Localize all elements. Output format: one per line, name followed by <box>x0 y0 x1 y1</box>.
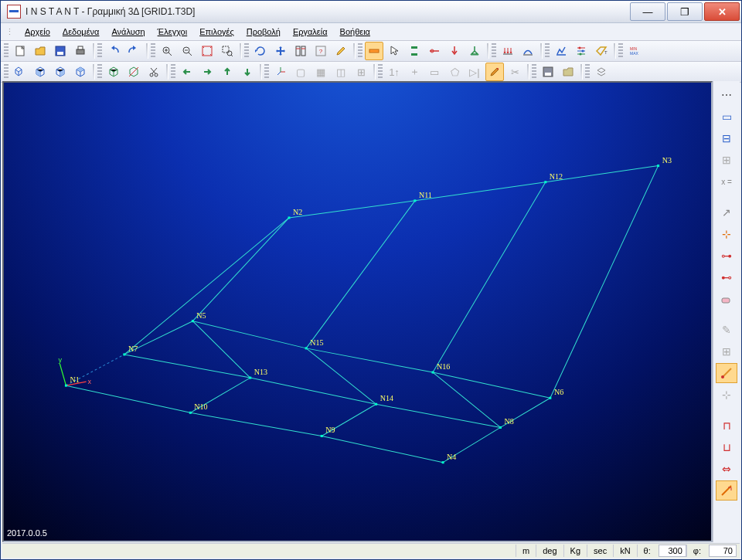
save2-icon[interactable] <box>539 63 557 81</box>
shade-icon[interactable]: ◫ <box>332 63 350 81</box>
grip-icon <box>264 64 269 80</box>
menu-data[interactable]: Δεδομένα <box>56 25 106 38</box>
trim-icon[interactable] <box>716 480 737 501</box>
folder-icon[interactable] <box>559 63 577 81</box>
svg-rect-76 <box>65 385 67 387</box>
menu-view[interactable]: Προβολή <box>240 25 287 38</box>
cube-side-icon[interactable] <box>51 63 70 81</box>
envelope-icon[interactable]: T <box>592 42 611 60</box>
inc-icon[interactable]: 1↑ <box>385 63 403 81</box>
menu-analysis[interactable]: Ανάλυση <box>105 25 151 38</box>
support-icon[interactable] <box>465 42 484 60</box>
theta-value[interactable]: 300 <box>659 545 686 557</box>
svg-line-55 <box>306 348 433 372</box>
layers-icon[interactable] <box>592 63 611 81</box>
node-load-icon[interactable] <box>445 42 464 60</box>
viewport-3d[interactable]: xyN1N2N3N4N5N6N7N8N9N10N11N12N13N14N15N1… <box>2 81 713 542</box>
select-element-icon[interactable] <box>104 63 123 81</box>
close-button[interactable]: ✕ <box>704 2 740 21</box>
eraser-icon[interactable] <box>716 289 737 309</box>
zoom-in-icon[interactable] <box>158 42 176 60</box>
zoom-window-icon[interactable] <box>218 42 237 60</box>
snap-icon[interactable] <box>716 363 737 383</box>
select-all-icon[interactable] <box>11 63 29 81</box>
svg-line-73 <box>60 364 66 385</box>
zoom-out-icon[interactable] <box>178 42 196 60</box>
minimize-button[interactable]: — <box>630 2 665 21</box>
menu-file[interactable]: Αρχείο <box>19 25 56 38</box>
maximize-button[interactable]: ❐ <box>667 2 703 21</box>
svg-rect-80 <box>657 165 659 167</box>
wire-icon[interactable]: ▢ <box>291 63 310 81</box>
dist-load-icon[interactable] <box>499 42 517 60</box>
draw-line-icon[interactable]: ↗ <box>716 202 737 222</box>
unselect-icon[interactable] <box>124 63 143 81</box>
beam-icon[interactable]: ⊓ <box>716 416 737 436</box>
section-icon[interactable] <box>405 42 424 60</box>
menu-options[interactable]: Επιλογές <box>193 25 240 38</box>
x-eq-icon[interactable]: x = <box>716 171 737 192</box>
cube-front-icon[interactable] <box>31 63 49 81</box>
arrow-right-icon[interactable] <box>198 63 216 81</box>
ortho-icon[interactable]: ⊹ <box>716 385 737 405</box>
open-icon[interactable] <box>31 42 49 60</box>
arrow-down-icon[interactable] <box>238 63 257 81</box>
new-icon[interactable] <box>11 42 29 60</box>
svg-point-32 <box>582 50 584 53</box>
pencil-icon[interactable] <box>332 42 350 60</box>
solid-icon[interactable]: ▦ <box>311 63 330 81</box>
grip-icon <box>492 43 496 59</box>
member-icon[interactable] <box>365 42 383 60</box>
phi-value[interactable]: 70 <box>709 545 737 557</box>
iso-icon[interactable]: ⬠ <box>445 63 464 81</box>
add-node-icon[interactable]: ⊹ <box>716 224 737 244</box>
pan-icon[interactable] <box>271 42 290 60</box>
box-icon[interactable]: ▭ <box>425 63 444 81</box>
view-properties-icon[interactable] <box>291 42 310 60</box>
grid-view-icon[interactable]: ⊞ <box>716 150 737 170</box>
play-icon[interactable]: ▷| <box>465 63 484 81</box>
results-graph-icon[interactable] <box>552 42 570 60</box>
zoom-extents-icon[interactable] <box>198 42 216 60</box>
level-icon[interactable]: ⊟ <box>716 128 737 148</box>
menu-checks[interactable]: Έλεγχοι <box>151 25 194 38</box>
unit-angle: deg <box>536 545 563 557</box>
edit-mode-icon[interactable] <box>485 63 504 81</box>
cube-top-icon[interactable] <box>71 63 90 81</box>
frame-icon[interactable]: ▭ <box>716 107 737 127</box>
redo-icon[interactable] <box>124 42 143 60</box>
menu-help[interactable]: Βοήθεια <box>334 25 376 38</box>
combine-icon[interactable] <box>519 42 537 60</box>
pointer-icon[interactable] <box>385 42 403 60</box>
menu-tools[interactable]: Εργαλεία <box>287 25 334 38</box>
svg-text:x: x <box>88 378 92 385</box>
dim-icon[interactable]: ⋯ <box>716 85 737 105</box>
save-icon[interactable] <box>51 42 70 60</box>
chain-icon[interactable]: ⊶ <box>716 246 737 266</box>
grid-icon[interactable]: ⊞ <box>716 341 737 361</box>
link-icon[interactable]: ⊷ <box>716 267 737 287</box>
scissor-icon[interactable]: ✂ <box>505 63 524 81</box>
pencil2-icon[interactable]: ✎ <box>716 320 737 340</box>
settings-icon[interactable] <box>572 42 591 60</box>
undo-icon[interactable] <box>104 42 123 60</box>
svg-rect-106 <box>432 372 434 374</box>
cut-icon[interactable] <box>145 63 163 81</box>
arrow-up-icon[interactable] <box>218 63 237 81</box>
svg-rect-17 <box>301 46 305 56</box>
column-icon[interactable]: ⊔ <box>716 437 737 457</box>
add-icon[interactable]: ⊞ <box>352 63 370 81</box>
grip-icon <box>244 43 249 59</box>
axes-icon[interactable] <box>271 63 290 81</box>
min-max-icon[interactable]: MINMAX <box>625 42 644 60</box>
svg-line-64 <box>322 436 443 462</box>
expand-icon[interactable]: ⇔ <box>716 459 737 479</box>
svg-rect-4 <box>78 46 83 49</box>
rotate-icon[interactable] <box>251 42 270 60</box>
plus-icon[interactable]: ＋ <box>405 63 424 81</box>
svg-text:N6: N6 <box>554 388 563 396</box>
arrow-left-icon[interactable] <box>178 63 196 81</box>
print-icon[interactable] <box>71 42 90 60</box>
info-icon[interactable]: ? <box>311 42 330 60</box>
hinge-icon[interactable] <box>425 42 444 60</box>
